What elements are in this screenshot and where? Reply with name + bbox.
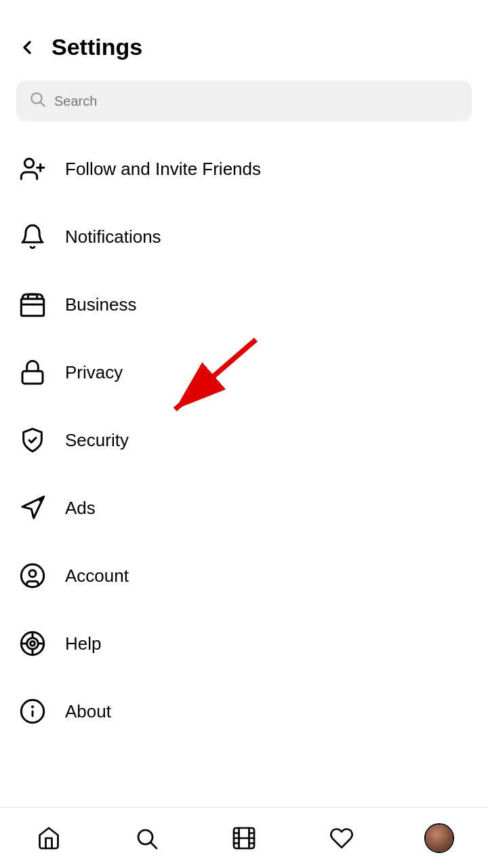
search-bar[interactable] [16, 81, 472, 121]
search-icon [28, 90, 46, 112]
page-title: Settings [52, 34, 142, 60]
svg-point-10 [21, 564, 43, 587]
privacy-icon [16, 356, 49, 389]
follow-icon [16, 153, 49, 185]
menu-item-account[interactable]: Account [0, 542, 488, 610]
svg-point-11 [29, 570, 36, 577]
svg-point-2 [24, 159, 33, 167]
menu-item-about[interactable]: About [0, 677, 488, 745]
account-icon [16, 559, 49, 592]
back-button[interactable] [16, 37, 38, 58]
nav-home[interactable] [15, 818, 83, 859]
notifications-icon [16, 220, 49, 253]
help-icon [16, 627, 49, 660]
nav-reels[interactable] [210, 818, 278, 859]
nav-search[interactable] [113, 818, 180, 859]
about-icon [16, 695, 49, 728]
svg-point-14 [30, 642, 35, 646]
header: Settings [0, 0, 488, 74]
menu-label-notifications: Notifications [65, 226, 161, 248]
bottom-nav [0, 807, 488, 868]
menu-label-follow: Follow and Invite Friends [65, 159, 261, 180]
business-icon [16, 288, 49, 321]
menu-item-notifications[interactable]: Notifications [0, 203, 488, 271]
menu-list: Follow and Invite Friends Notifications … [0, 135, 488, 745]
svg-rect-5 [21, 299, 43, 316]
menu-label-about: About [65, 701, 111, 722]
svg-point-13 [27, 638, 39, 650]
svg-line-1 [41, 102, 45, 106]
menu-label-account: Account [65, 566, 129, 587]
svg-point-9 [41, 498, 43, 500]
menu-item-security[interactable]: Security [0, 406, 488, 474]
menu-label-privacy: Privacy [65, 362, 123, 383]
nav-profile[interactable] [405, 818, 473, 859]
menu-label-business: Business [65, 294, 137, 315]
menu-item-help[interactable]: Help [0, 610, 488, 677]
search-input[interactable] [54, 94, 460, 109]
menu-label-help: Help [65, 633, 101, 654]
search-container [0, 74, 488, 135]
ads-icon [16, 492, 49, 524]
menu-item-ads[interactable]: Ads [0, 474, 488, 542]
menu-item-follow[interactable]: Follow and Invite Friends [0, 135, 488, 203]
nav-likes[interactable] [308, 818, 375, 859]
security-icon [16, 424, 49, 456]
menu-item-privacy[interactable]: Privacy [0, 338, 488, 406]
svg-rect-7 [22, 371, 43, 383]
avatar [424, 823, 454, 853]
menu-label-security: Security [65, 430, 129, 451]
menu-item-business[interactable]: Business [0, 271, 488, 338]
svg-line-25 [151, 842, 157, 848]
menu-label-ads: Ads [65, 498, 96, 519]
